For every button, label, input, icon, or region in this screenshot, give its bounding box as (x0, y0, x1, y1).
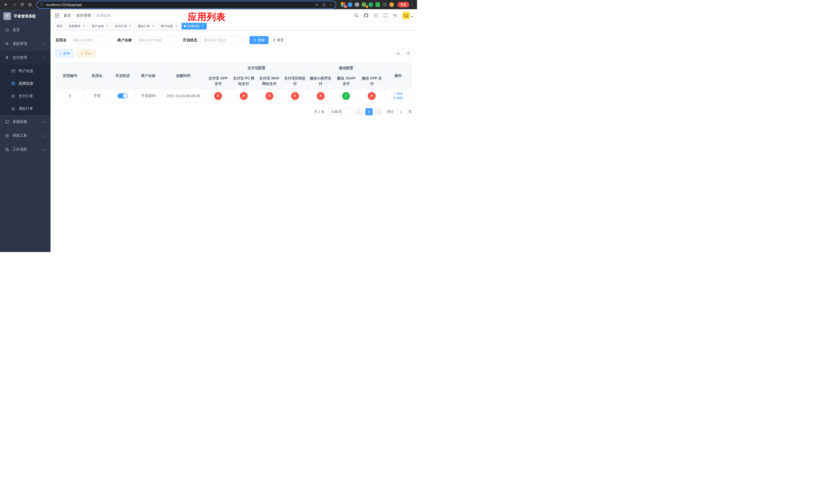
tab-home[interactable]: 首页 (54, 23, 65, 29)
help-icon[interactable]: ? (374, 13, 378, 18)
tab-process-form[interactable]: 流程表单× (66, 23, 88, 29)
tab-label: 用户分组 (91, 24, 104, 28)
sidebar-item-dev-tools[interactable]: 研发工具 (0, 129, 50, 142)
extension-icon[interactable]: 1 (361, 2, 366, 7)
cell-app-id: 6 (56, 89, 84, 103)
goto-label: 前往 (387, 110, 394, 114)
refresh-button[interactable] (405, 50, 412, 57)
app-title: 芋道管理系统 (14, 14, 36, 19)
address-bar[interactable]: i localhost:1024/pay/app ☆ (37, 1, 336, 8)
export-button[interactable]: 导出 (76, 49, 95, 58)
forward-button[interactable] (10, 1, 18, 8)
bookmark-star-icon[interactable]: ☆ (329, 3, 333, 7)
status-toggle[interactable] (117, 93, 128, 98)
cell-app-name: 芋道 (84, 89, 110, 103)
sidebar-item-pay-order[interactable]: 支付订单 (0, 90, 50, 102)
tab-label: 首页 (57, 24, 63, 28)
extension-icon[interactable]: 10 (341, 2, 346, 7)
sidebar-item-merchant-info[interactable]: 商户信息 (0, 65, 50, 77)
page-size-select[interactable]: 10条/页 (328, 108, 353, 115)
workflow-icon (5, 148, 9, 152)
close-icon[interactable]: × (151, 24, 155, 28)
tab-refund-order[interactable]: 退款订单× (135, 23, 157, 29)
reset-button-label: 重置 (277, 38, 284, 43)
sidebar-item-payment[interactable]: ¥ 支付管理 (0, 51, 50, 65)
fullscreen-icon[interactable] (383, 13, 388, 18)
site-info-icon[interactable]: i (40, 3, 44, 7)
back-button[interactable] (3, 1, 9, 8)
close-icon[interactable]: × (105, 24, 109, 28)
font-size-icon[interactable]: TT (393, 14, 397, 18)
sidebar-item-system[interactable]: ⚙ 系统管理 (0, 37, 50, 51)
app-logo: 芋 (3, 12, 11, 20)
search-button[interactable]: 搜索 (249, 36, 268, 44)
delete-link[interactable]: 删除 (393, 96, 403, 100)
app-grid-icon (11, 82, 15, 85)
edit-link[interactable]: 修改 (393, 92, 403, 96)
status-select[interactable]: 请选择开启状态 (201, 36, 246, 44)
share-icon[interactable] (322, 3, 326, 7)
close-icon[interactable]: × (82, 24, 86, 28)
column-header: 微信 JSAPI 支付 (333, 73, 359, 89)
yen-icon: ¥ (5, 55, 9, 60)
column-header: 微信小程序支付 (308, 73, 333, 89)
browser-menu-icon[interactable]: ⋮ (410, 2, 414, 7)
group-header-wechat: 微信配置 (308, 63, 385, 73)
sidebar-item-infrastructure[interactable]: 基础设施 (0, 115, 50, 129)
reset-button[interactable]: 重置 (268, 36, 287, 44)
extension-icon[interactable] (369, 2, 373, 7)
sidebar-item-workflow[interactable]: 工作流程 (0, 142, 50, 156)
breadcrumb-payment[interactable]: 支付管理 (76, 13, 96, 18)
merchant-name-input[interactable] (135, 36, 177, 44)
github-icon[interactable] (364, 13, 368, 18)
search-icon[interactable] (354, 13, 358, 18)
extension-icon[interactable] (382, 2, 387, 7)
prev-page-button[interactable]: ‹ (356, 108, 363, 115)
goto-page-input[interactable] (396, 108, 406, 115)
next-page-button[interactable]: › (375, 108, 382, 115)
reload-button[interactable] (19, 1, 25, 8)
close-icon[interactable]: × (201, 24, 204, 28)
browser-chrome: i localhost:1024/pay/app ☆ 10 1 更新 ⋮ (0, 0, 417, 9)
export-button-label: 导出 (85, 51, 91, 56)
sidebar-item-label: 支付管理 (13, 55, 41, 60)
browser-update-button[interactable]: 更新 (397, 2, 409, 7)
sidebar-item-label: 研发工具 (13, 133, 41, 138)
sidebar-item-refund-order[interactable]: 退款订单 (0, 102, 50, 115)
sidebar-item-home[interactable]: 首页 (0, 23, 50, 37)
extension-icon[interactable] (348, 2, 352, 7)
user-avatar[interactable] (402, 12, 413, 19)
plus-icon: + (60, 51, 62, 55)
column-header: 创建时间 (161, 63, 205, 89)
toggle-search-button[interactable] (395, 50, 402, 57)
sidebar-collapse-icon[interactable] (54, 14, 59, 18)
home-button[interactable] (26, 1, 33, 8)
add-button[interactable]: +新增 (56, 49, 73, 58)
column-header: 应用名 (84, 63, 110, 89)
tab-merchant-info[interactable]: 商户信息× (158, 23, 180, 29)
font-size-large: T (393, 14, 395, 18)
tab-app-info[interactable]: 应用信息× (181, 23, 207, 29)
column-header: 支付宝 PC 网站支付 (231, 73, 257, 89)
sidebar-item-label: 商户信息 (19, 69, 46, 73)
page-number-1[interactable]: 1 (366, 108, 373, 115)
close-icon[interactable]: × (174, 24, 178, 28)
extension-icon[interactable] (355, 2, 359, 7)
close-icon[interactable]: × (128, 24, 132, 28)
sidebar-item-label: 支付订单 (19, 94, 46, 98)
app-name-input[interactable] (70, 36, 112, 44)
extension-icon[interactable] (375, 2, 380, 7)
app-name-label: 应用名 (56, 38, 66, 43)
sidebar-item-label: 工作流程 (13, 147, 41, 152)
address-bar-actions: ☆ (315, 3, 333, 7)
profile-avatar-icon[interactable] (389, 2, 394, 7)
password-key-icon[interactable] (315, 3, 319, 7)
sidebar-item-label: 首页 (13, 28, 46, 32)
extension-badge: 10 (344, 5, 347, 8)
tab-user-group[interactable]: 用户分组× (89, 23, 111, 29)
pagination: 共 1 条 10条/页 ‹ 1 › 前往 页 (56, 108, 412, 115)
tab-pay-order[interactable]: 支付订单× (112, 23, 134, 29)
app-logo-row[interactable]: 芋 芋道管理系统 (0, 9, 50, 23)
breadcrumb-home[interactable]: 首页 (64, 13, 76, 18)
sidebar-item-app-info[interactable]: 应用信息 (0, 77, 50, 90)
